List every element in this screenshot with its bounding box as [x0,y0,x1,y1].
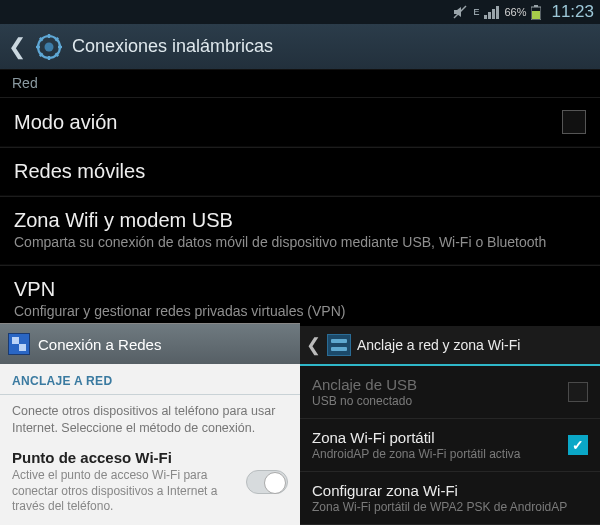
item-title: Anclaje de USB [312,376,560,393]
row-title: VPN [14,278,586,301]
checkbox-usb-tethering [568,382,588,402]
checkbox-portable-wifi[interactable]: ✓ [568,435,588,455]
checkbox-airplane[interactable] [562,110,586,134]
overlay-left-intro: Conecte otros dispositivos al teléfono p… [0,395,300,441]
item-subtitle: USB no conectado [312,394,560,408]
network-type: E [473,8,479,17]
row-title: Zona Wifi y modem USB [14,209,586,232]
mute-icon [452,4,468,20]
svg-point-5 [45,42,54,51]
battery-icon [531,5,541,20]
row-usb-tethering: Anclaje de USB USB no conectado [300,366,600,419]
clock: 11:23 [551,2,594,22]
toggle-wifi-access-point[interactable] [246,470,288,494]
overlay-tethering-hotspot: ❮ Anclaje a red y zona Wi-Fi Anclaje de … [300,326,600,525]
back-icon[interactable]: ❮ [306,334,321,356]
item-subtitle: Active el punto de acceso Wi-Fi para con… [12,468,238,515]
row-subtitle: Configurar y gestionar redes privadas vi… [14,303,586,321]
back-icon[interactable]: ❮ [8,34,26,60]
row-portable-wifi-zone[interactable]: Zona Wi-Fi portátil AndroidAP de zona Wi… [300,419,600,472]
item-title: Configurar zona Wi-Fi [312,482,588,499]
page-title: Conexiones inalámbricas [72,36,273,57]
status-bar: E 66% 11:23 [0,0,600,24]
overlay-left-title: Conexión a Redes [38,336,161,353]
row-title: Redes móviles [14,160,586,183]
signal-icon [484,6,499,19]
tethering-icon [327,334,351,356]
svg-rect-2 [532,11,540,19]
row-subtitle: Comparta su conexión de datos móvil de d… [14,234,586,252]
overlay-right-header: ❮ Anclaje a red y zona Wi-Fi [300,326,600,366]
item-subtitle: AndroidAP de zona Wi-Fi portátil activa [312,447,560,461]
overlay-left-header: Conexión a Redes [0,324,300,364]
item-title: Punto de acceso Wi-Fi [12,449,238,466]
row-mobile-networks[interactable]: Redes móviles [0,147,600,196]
item-subtitle: Zona Wi-Fi portátil de WPA2 PSK de Andro… [312,500,588,514]
svg-rect-3 [534,5,538,7]
row-title: Modo avión [14,111,562,134]
overlay-right-title: Anclaje a red y zona Wi-Fi [357,337,520,353]
overlay-left-section-label: ANCLAJE A RED [0,364,300,395]
settings-gear-icon [36,34,62,60]
row-configure-wifi-zone[interactable]: Configurar zona Wi-Fi Zona Wi-Fi portáti… [300,472,600,525]
item-title: Zona Wi-Fi portátil [312,429,560,446]
battery-percent: 66% [504,6,526,18]
title-bar: ❮ Conexiones inalámbricas [0,24,600,70]
row-hotspot-usb[interactable]: Zona Wifi y modem USB Comparta su conexi… [0,196,600,265]
row-wifi-access-point[interactable]: Punto de acceso Wi-Fi Active el punto de… [0,441,300,525]
network-connection-icon [8,333,30,355]
overlay-connection-networks: Conexión a Redes ANCLAJE A RED Conecte o… [0,323,300,525]
row-airplane-mode[interactable]: Modo avión [0,97,600,147]
section-label-network: Red [0,70,600,97]
